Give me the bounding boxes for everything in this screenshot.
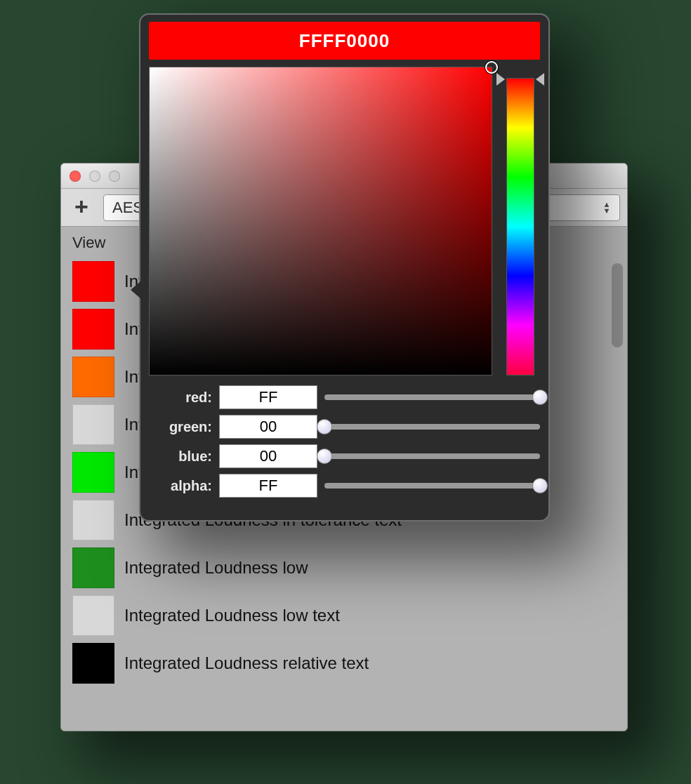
add-button[interactable]: + (68, 194, 95, 221)
channel-red: red: (149, 385, 540, 409)
list-item-label: Integrated Loudness low (124, 558, 308, 578)
slider-knob-icon[interactable] (317, 419, 332, 434)
red-slider[interactable] (324, 387, 540, 408)
hue-slider[interactable] (506, 78, 534, 376)
window-minimize-button[interactable] (89, 171, 100, 182)
list-item[interactable]: Integrated Loudness relative text (61, 639, 606, 687)
channel-label: green: (149, 419, 212, 435)
scrollbar-track[interactable] (610, 262, 623, 717)
saturation-value-field[interactable] (149, 67, 492, 376)
color-swatch[interactable] (72, 643, 114, 684)
green-slider[interactable] (324, 416, 540, 437)
list-item-label: Integrated Loudness low text (124, 606, 340, 625)
list-item[interactable]: Integrated Loudness low text (61, 592, 606, 639)
alpha-input[interactable] (219, 474, 317, 498)
color-swatch[interactable] (72, 595, 114, 636)
sv-cursor-icon[interactable] (485, 61, 498, 74)
red-input[interactable] (219, 385, 317, 409)
channel-controls: red:green:blue:alpha: (149, 383, 540, 498)
blue-slider[interactable] (324, 446, 540, 467)
hue-column (501, 67, 540, 376)
channel-label: alpha: (149, 478, 212, 494)
color-swatch[interactable] (72, 404, 114, 445)
color-swatch[interactable] (72, 357, 114, 397)
list-item-label: Integrated Loudness relative text (124, 653, 369, 673)
scrollbar-thumb[interactable] (612, 263, 623, 347)
channel-blue: blue: (149, 444, 540, 468)
color-picker-popover: FFFF0000 red:green:blue:alpha: (139, 13, 550, 521)
color-swatch[interactable] (72, 547, 114, 588)
list-item[interactable]: Integrated Loudness low (61, 544, 606, 592)
green-input[interactable] (219, 415, 317, 439)
hex-display[interactable]: FFFF0000 (149, 22, 540, 60)
picker-body (149, 67, 540, 376)
slider-knob-icon[interactable] (317, 449, 332, 464)
channel-alpha: alpha: (149, 474, 540, 498)
color-swatch[interactable] (72, 500, 114, 540)
channel-label: blue: (149, 449, 212, 465)
color-swatch[interactable] (72, 261, 114, 302)
channel-label: red: (149, 390, 212, 406)
slider-knob-icon[interactable] (532, 390, 548, 405)
blue-input[interactable] (219, 444, 317, 468)
window-close-button[interactable] (70, 171, 81, 182)
window-zoom-button[interactable] (109, 171, 120, 182)
combobox-arrows-icon: ▲▼ (601, 201, 612, 214)
color-swatch[interactable] (72, 309, 114, 350)
slider-knob-icon[interactable] (532, 478, 548, 493)
channel-green: green: (149, 415, 540, 439)
alpha-slider[interactable] (324, 475, 540, 496)
color-swatch[interactable] (72, 452, 114, 493)
